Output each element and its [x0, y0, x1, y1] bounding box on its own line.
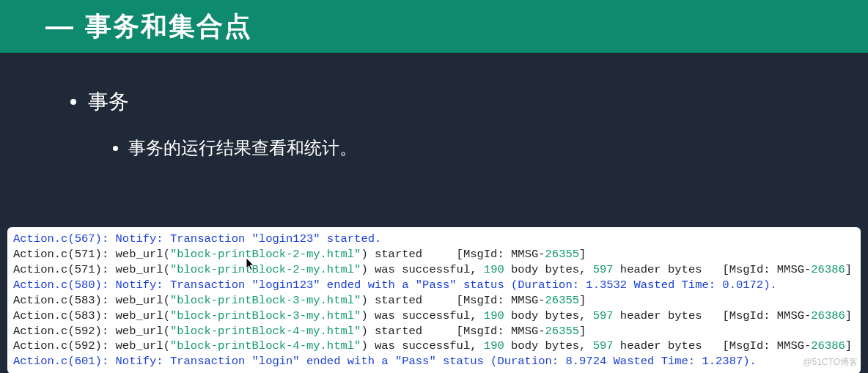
log-line: Action.c(592): web_url("block-printBlock… [13, 339, 855, 354]
slide-body: 事务 事务的运行结果查看和统计。 [0, 53, 868, 160]
log-line: Action.c(571): web_url("block-printBlock… [13, 262, 855, 278]
title-dash-icon: — [45, 11, 72, 43]
log-line: Action.c(571): web_url("block-printBlock… [13, 247, 855, 262]
log-line: Action.c(583): web_url("block-printBlock… [13, 309, 855, 324]
log-line: Action.c(580): Notify: Transaction "logi… [13, 278, 855, 293]
bullet-level1-text: 事务 [88, 88, 129, 116]
bullet-dot-icon [70, 99, 76, 105]
bullet-dot-icon [113, 146, 118, 151]
slide-title-banner: — 事务和集合点 [0, 0, 868, 53]
log-line: Action.c(567): Notify: Transaction "logi… [13, 232, 855, 247]
watermark-text: @51CTO博客 [803, 356, 858, 369]
bullet-level1: 事务 [70, 88, 868, 116]
log-output-panel: Action.c(567): Notify: Transaction "logi… [7, 227, 861, 373]
bullet-level2-text: 事务的运行结果查看和统计。 [128, 136, 357, 160]
log-line: Action.c(592): web_url("block-printBlock… [13, 324, 855, 339]
log-line: Action.c(583): web_url("block-printBlock… [13, 293, 855, 309]
slide-title: 事务和集合点 [85, 9, 252, 45]
log-line: Action.c(601): Notify: Transaction "logi… [13, 354, 855, 369]
bullet-level2: 事务的运行结果查看和统计。 [113, 136, 868, 160]
